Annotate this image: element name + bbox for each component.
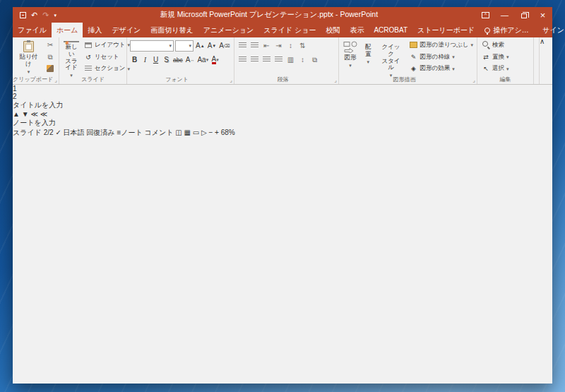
zoom-percent[interactable]: 68% bbox=[221, 129, 235, 136]
sign-in-button[interactable]: サインイン bbox=[537, 23, 565, 37]
text-direction-button[interactable]: ⇅ bbox=[297, 41, 308, 51]
scroll-up-icon[interactable]: ▲ bbox=[13, 110, 20, 118]
paragraph-dialog-launcher-icon[interactable]: ⌟ bbox=[334, 77, 337, 83]
group-label-drawing: 図形描画 bbox=[339, 76, 470, 83]
tab-acrobat[interactable]: ACROBAT bbox=[369, 23, 412, 37]
justify-icon bbox=[275, 57, 282, 63]
increase-indent-button[interactable]: ⇥ bbox=[273, 41, 284, 51]
tab-insert[interactable]: 挿入 bbox=[83, 23, 107, 37]
tab-file[interactable]: ファイル bbox=[13, 23, 52, 37]
tab-design[interactable]: デザイン bbox=[107, 23, 145, 37]
align-left-button[interactable] bbox=[237, 55, 248, 65]
layout-button[interactable]: レイアウト▾ bbox=[83, 40, 131, 51]
slide-editing-area: タイトルを入力 ▲ ▼ ≪ ≪ bbox=[13, 100, 552, 118]
zoom-out-button[interactable]: − bbox=[208, 129, 213, 136]
line-spacing-button[interactable]: ↕ bbox=[285, 41, 296, 51]
bold-button[interactable]: B bbox=[130, 54, 139, 65]
font-color-button[interactable]: A▾ bbox=[210, 54, 220, 65]
clipboard-dialog-launcher-icon[interactable]: ⌟ bbox=[54, 77, 57, 83]
slide-canvas[interactable]: タイトルを入力 bbox=[13, 100, 552, 110]
strikethrough-button[interactable]: abc bbox=[172, 54, 184, 65]
normal-view-button[interactable]: ◫ bbox=[175, 129, 182, 136]
lightbulb-icon bbox=[484, 28, 490, 33]
save-icon[interactable] bbox=[20, 12, 26, 18]
columns-button[interactable]: ▥ bbox=[285, 55, 296, 65]
tab-review[interactable]: 校閲 bbox=[321, 23, 345, 37]
tab-animations[interactable]: アニメーション bbox=[198, 23, 258, 37]
cut-button[interactable]: ✂ bbox=[44, 40, 56, 51]
comments-toggle-button[interactable]: コメント bbox=[144, 129, 173, 136]
minimize-button[interactable]: — bbox=[495, 7, 514, 23]
section-button[interactable]: セクション▾ bbox=[83, 63, 131, 74]
increase-font-button[interactable]: A▲ bbox=[195, 40, 206, 51]
tell-me-button[interactable]: 操作アシスト bbox=[480, 23, 537, 37]
shape-effects-button[interactable]: ◈図形の効果▾ bbox=[408, 63, 475, 74]
font-name-select[interactable]: ▾ bbox=[130, 40, 174, 52]
title-placeholder[interactable]: タイトルを入力 bbox=[13, 100, 552, 110]
previous-slide-button[interactable]: ≪ bbox=[30, 110, 37, 118]
align-center-button[interactable] bbox=[249, 55, 260, 65]
bullets-button[interactable] bbox=[237, 41, 248, 51]
arrange-button[interactable]: 配置▾ bbox=[361, 40, 376, 74]
change-case-button[interactable]: Aa▾ bbox=[196, 54, 209, 65]
copy-button[interactable]: ⧉ bbox=[44, 52, 56, 63]
notes-pane[interactable]: ノートを入力 bbox=[13, 118, 552, 128]
ribbon-display-options-button[interactable]: ˄ bbox=[476, 7, 495, 23]
paste-button[interactable]: 貼り付け▾ bbox=[16, 40, 42, 74]
reset-button[interactable]: ↺リセット bbox=[83, 52, 131, 63]
next-slide-button[interactable]: ≪ bbox=[40, 110, 47, 118]
decrease-indent-button[interactable]: ⇤ bbox=[261, 41, 272, 51]
undo-icon[interactable]: ↶ bbox=[31, 11, 37, 19]
decrease-font-button[interactable]: A▼ bbox=[207, 40, 218, 51]
title-bar: ↶ ↷ ▾ 新規 Microsoft PowerPoint プレゼンテーション.… bbox=[13, 7, 552, 23]
font-size-select[interactable]: ▾ bbox=[175, 40, 194, 52]
numbering-icon bbox=[251, 42, 258, 49]
shapes-button[interactable]: 図形▾ bbox=[342, 40, 359, 74]
restore-button[interactable] bbox=[514, 7, 533, 23]
align-text-button[interactable]: ↕ bbox=[297, 55, 308, 65]
align-right-button[interactable] bbox=[261, 55, 272, 65]
reading-view-button[interactable]: ▭ bbox=[193, 129, 199, 136]
tab-slideshow[interactable]: スライド ショー bbox=[258, 23, 321, 37]
scroll-down-icon[interactable]: ▼ bbox=[22, 110, 29, 118]
clear-formatting-button[interactable]: A⌫ bbox=[218, 40, 230, 51]
numbering-button[interactable] bbox=[249, 41, 260, 51]
ribbon-display-options-icon: ˄ bbox=[482, 12, 489, 18]
select-button[interactable]: ↖選択▾ bbox=[480, 63, 511, 74]
font-dialog-launcher-icon[interactable]: ⌟ bbox=[230, 77, 232, 83]
format-painter-button[interactable] bbox=[44, 63, 56, 74]
proofing-icon[interactable]: ✓ bbox=[55, 129, 61, 136]
slideshow-view-button[interactable]: ▷ bbox=[201, 129, 207, 136]
tab-storyboard[interactable]: ストーリーボード bbox=[412, 23, 480, 37]
underline-button[interactable]: U bbox=[151, 54, 160, 65]
italic-button[interactable]: I bbox=[141, 54, 150, 65]
new-slide-button[interactable]: 新しいスライド▾ bbox=[62, 40, 81, 74]
shape-fill-button[interactable]: 図形の塗りつぶし▾ bbox=[408, 40, 475, 51]
redo-icon[interactable]: ↷ bbox=[42, 11, 49, 19]
smartart-convert-button[interactable]: ⧉ bbox=[309, 55, 320, 65]
language-indicator[interactable]: 日本語 bbox=[64, 129, 85, 136]
vertical-scrollbar[interactable]: ▲ ▼ ≪ ≪ bbox=[13, 110, 552, 118]
notes-toggle-button[interactable]: ≡ノート bbox=[117, 129, 142, 136]
collapse-ribbon-icon[interactable]: ∧ bbox=[540, 37, 545, 84]
tab-transitions[interactable]: 画面切り替え bbox=[145, 23, 198, 37]
slide-counter[interactable]: スライド 2/2 bbox=[13, 129, 54, 136]
tab-view[interactable]: 表示 bbox=[345, 23, 369, 37]
slide-sorter-view-button[interactable]: ▦ bbox=[184, 129, 190, 136]
shape-outline-button[interactable]: ✎図形の枠線▾ bbox=[408, 52, 475, 63]
group-label-clipboard: クリップボード bbox=[13, 76, 52, 83]
customize-qat-icon[interactable]: ▾ bbox=[54, 13, 56, 18]
text-shadow-button[interactable]: S bbox=[162, 54, 171, 65]
justify-button[interactable] bbox=[273, 55, 284, 65]
replace-button[interactable]: ⇄置換▾ bbox=[480, 52, 511, 63]
group-label-editing: 編集 bbox=[477, 76, 533, 83]
close-button[interactable]: × bbox=[533, 7, 552, 23]
zoom-in-button[interactable]: + bbox=[215, 129, 219, 136]
quick-styles-button[interactable]: クイックスタイル▾ bbox=[378, 40, 405, 74]
find-button[interactable]: 検索 bbox=[480, 40, 511, 51]
ribbon-spacer bbox=[534, 37, 540, 84]
replace-icon: ⇄ bbox=[482, 54, 490, 61]
character-spacing-button[interactable]: A↔ bbox=[185, 54, 196, 65]
drawing-dialog-launcher-icon[interactable]: ⌟ bbox=[472, 77, 475, 83]
tab-home[interactable]: ホーム bbox=[52, 23, 83, 37]
